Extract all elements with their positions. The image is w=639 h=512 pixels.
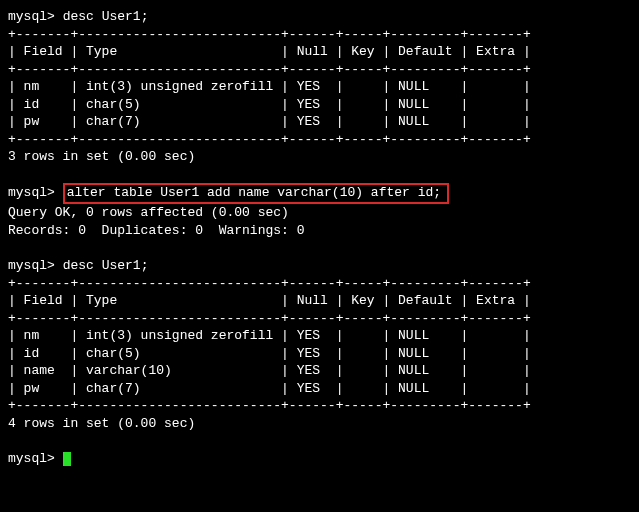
t1-sep-top: +-------+--------------------------+----… <box>8 26 631 44</box>
t2-row-3: | pw | char(7) | YES | | NULL | | <box>8 380 631 398</box>
t1-footer: 3 rows in set (0.00 sec) <box>8 148 631 166</box>
t2-footer: 4 rows in set (0.00 sec) <box>8 415 631 433</box>
t1-sep-bot: +-------+--------------------------+----… <box>8 131 631 149</box>
prompt-line-4[interactable]: mysql> <box>8 450 631 468</box>
blank-2 <box>8 239 631 257</box>
t1-row-0: | nm | int(3) unsigned zerofill | YES | … <box>8 78 631 96</box>
t2-sep-mid: +-------+--------------------------+----… <box>8 310 631 328</box>
t2-header: | Field | Type | Null | Key | Default | … <box>8 292 631 310</box>
command-alter: alter table User1 add name varchar(10) a… <box>67 185 441 200</box>
t2-row-0: | nm | int(3) unsigned zerofill | YES | … <box>8 327 631 345</box>
prompt: mysql> <box>8 185 55 200</box>
highlight-box: alter table User1 add name varchar(10) a… <box>63 183 449 204</box>
command-desc2: desc User1; <box>63 258 149 273</box>
prompt: mysql> <box>8 258 55 273</box>
prompt: mysql> <box>8 451 55 466</box>
t1-sep-mid: +-------+--------------------------+----… <box>8 61 631 79</box>
alter-result-2: Records: 0 Duplicates: 0 Warnings: 0 <box>8 222 631 240</box>
prompt: mysql> <box>8 9 55 24</box>
cursor-icon <box>63 452 71 466</box>
prompt-line-3[interactable]: mysql> desc User1; <box>8 257 631 275</box>
prompt-line-2[interactable]: mysql> alter table User1 add name varcha… <box>8 183 631 204</box>
t1-row-1: | id | char(5) | YES | | NULL | | <box>8 96 631 114</box>
blank-3 <box>8 432 631 450</box>
t1-header: | Field | Type | Null | Key | Default | … <box>8 43 631 61</box>
command-desc1: desc User1; <box>63 9 149 24</box>
t2-sep-bot: +-------+--------------------------+----… <box>8 397 631 415</box>
prompt-line-1[interactable]: mysql> desc User1; <box>8 8 631 26</box>
alter-result-1: Query OK, 0 rows affected (0.00 sec) <box>8 204 631 222</box>
t2-row-1: | id | char(5) | YES | | NULL | | <box>8 345 631 363</box>
t2-sep-top: +-------+--------------------------+----… <box>8 275 631 293</box>
blank-1 <box>8 166 631 184</box>
t2-row-2: | name | varchar(10) | YES | | NULL | | <box>8 362 631 380</box>
t1-row-2: | pw | char(7) | YES | | NULL | | <box>8 113 631 131</box>
